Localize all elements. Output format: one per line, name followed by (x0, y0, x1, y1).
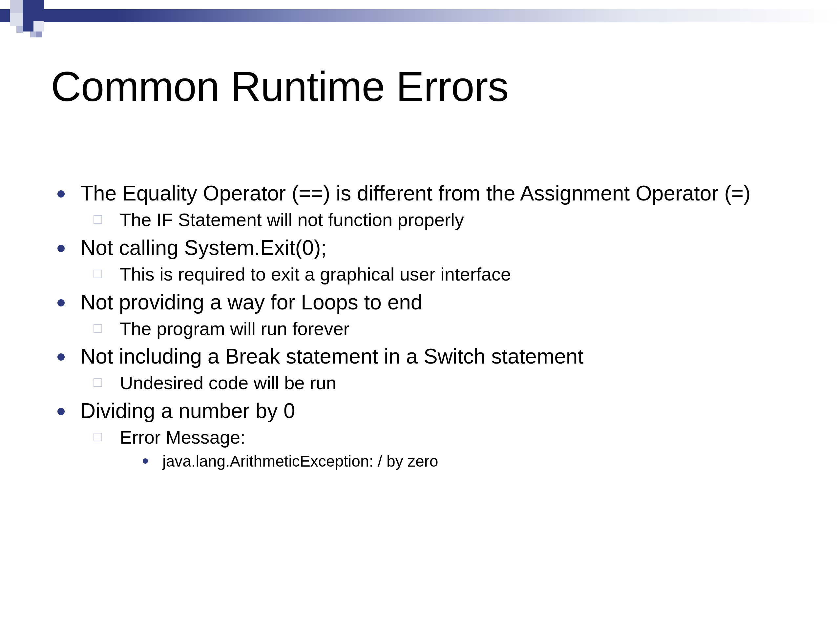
sub-bullet-text: Error Message: (120, 427, 245, 448)
header-gradient-bar (0, 9, 840, 22)
decor-square (36, 32, 42, 38)
sub-bullet-item: Error Message: java.lang.ArithmeticExcep… (81, 426, 789, 472)
bullet-text: The Equality Operator (==) is different … (81, 182, 750, 205)
sub-bullet-text: The program will run forever (120, 318, 349, 339)
decor-square (10, 0, 23, 13)
decor-square (23, 0, 44, 21)
bullet-item: Not providing a way for Loops to end The… (51, 289, 789, 341)
bullet-item: Dividing a number by 0 Error Message: ja… (51, 398, 789, 472)
slide-title: Common Runtime Errors (51, 62, 508, 111)
decor-square (23, 21, 33, 32)
bullet-text: Not calling System.Exit(0); (81, 236, 327, 259)
sub-bullet-item: The program will run forever (81, 317, 789, 341)
slide-body: The Equality Operator (==) is different … (51, 180, 789, 475)
bullet-item: Not including a Break statement in a Swi… (51, 344, 789, 395)
bullet-text: Not including a Break statement in a Swi… (81, 344, 583, 368)
sub-bullet-text: This is required to exit a graphical use… (120, 264, 511, 284)
sub-bullet-text: Undesired code will be run (120, 373, 336, 393)
bullet-text: Dividing a number by 0 (81, 399, 295, 423)
decor-square (33, 21, 44, 32)
decor-square (16, 26, 23, 33)
decor-square (30, 32, 36, 38)
subsub-bullet-text: java.lang.ArithmeticException: / by zero (163, 453, 438, 470)
bullet-item: Not calling System.Exit(0); This is requ… (51, 235, 789, 286)
decor-square (10, 13, 23, 26)
sub-bullet-item: Undesired code will be run (81, 371, 789, 395)
slide: Common Runtime Errors The Equality Opera… (0, 0, 840, 630)
bullet-item: The Equality Operator (==) is different … (51, 180, 789, 232)
sub-bullet-item: This is required to exit a graphical use… (81, 262, 789, 286)
bullet-text: Not providing a way for Loops to end (81, 291, 422, 314)
sub-bullet-item: The IF Statement will not function prope… (81, 208, 789, 232)
subsub-bullet-item: java.lang.ArithmeticException: / by zero (120, 451, 789, 472)
sub-bullet-text: The IF Statement will not function prope… (120, 209, 464, 230)
